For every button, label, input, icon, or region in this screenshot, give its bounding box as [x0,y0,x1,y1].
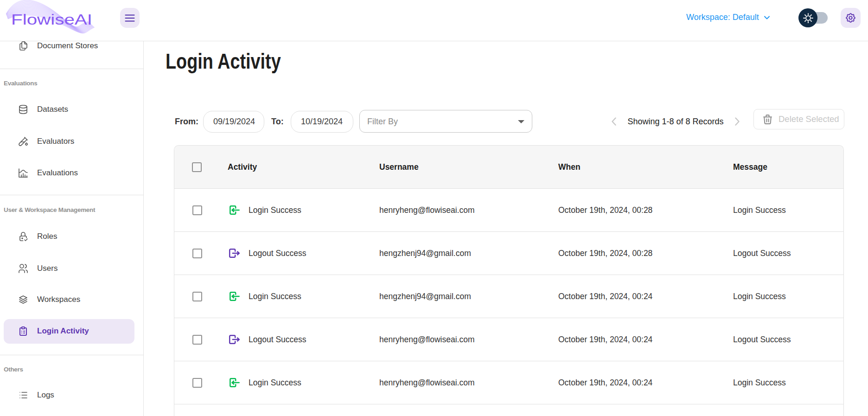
svg-text:FlowiseAI: FlowiseAI [11,11,92,28]
